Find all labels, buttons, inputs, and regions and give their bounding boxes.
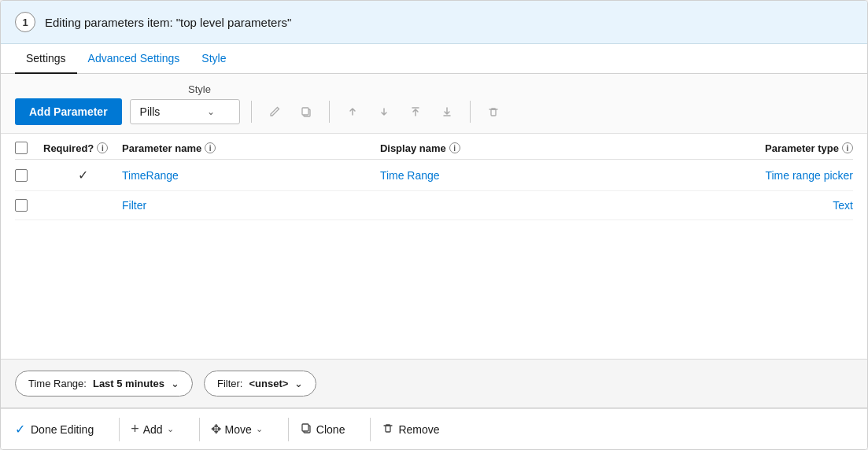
required-info-icon[interactable]: i xyxy=(97,142,108,153)
move-button[interactable]: ✥ Move ⌄ xyxy=(211,422,277,437)
style-section-label: Style xyxy=(188,83,853,95)
row2-check-cell xyxy=(15,199,43,212)
tabs-row: Settings Advanced Settings Style xyxy=(1,44,867,74)
toolbar-row: Add Parameter Pills ⌄ xyxy=(15,98,853,125)
toolbar-divider-2 xyxy=(329,101,330,123)
checkmark-icon: ✓ xyxy=(15,422,25,437)
row1-display-name[interactable]: Time Range xyxy=(380,169,638,182)
main-panel: 1 Editing parameters item: "top level pa… xyxy=(0,0,868,450)
header-title: Editing parameters item: "top level para… xyxy=(45,16,291,29)
time-range-chevron-icon: ⌄ xyxy=(171,378,179,389)
delete-icon-button[interactable] xyxy=(482,101,505,123)
row1-checkbox[interactable] xyxy=(15,169,28,182)
move-down-icon-button[interactable] xyxy=(372,101,396,123)
toolbar-area: Style Add Parameter Pills ⌄ xyxy=(1,74,867,134)
display-name-info-icon[interactable]: i xyxy=(449,142,460,153)
pills-area: Time Range: Last 5 minutes ⌄ Filter: <un… xyxy=(1,359,867,408)
header-bar: 1 Editing parameters item: "top level pa… xyxy=(1,1,867,44)
col-required-header: Required? i xyxy=(43,142,122,154)
remove-icon xyxy=(382,422,394,437)
move-chevron-icon: ⌄ xyxy=(256,424,263,434)
col-display-name-header: Display name i xyxy=(380,142,638,154)
filter-pill-value: <unset> xyxy=(249,378,288,389)
filter-pill[interactable]: Filter: <unset> ⌄ xyxy=(204,371,316,397)
move-top-icon-button[interactable] xyxy=(404,101,427,123)
footer-divider-2 xyxy=(199,418,200,441)
clone-icon xyxy=(300,422,312,437)
remove-label: Remove xyxy=(398,423,439,436)
row1-checkmark-cell: ✓ xyxy=(43,168,122,183)
clone-label: Clone xyxy=(316,423,345,436)
done-editing-button[interactable]: ✓ Done Editing xyxy=(15,422,108,437)
toolbar-divider-3 xyxy=(470,101,471,123)
param-name-info-icon[interactable]: i xyxy=(205,142,216,153)
filter-chevron-icon: ⌄ xyxy=(294,378,303,389)
remove-button[interactable]: Remove xyxy=(382,422,453,437)
done-editing-label: Done Editing xyxy=(31,423,94,436)
time-range-pill-value: Last 5 minutes xyxy=(93,378,164,389)
table-row: Filter Text xyxy=(15,191,853,220)
row1-param-type: Time range picker xyxy=(638,169,853,182)
add-parameter-button[interactable]: Add Parameter xyxy=(15,98,122,125)
copy-icon-button[interactable] xyxy=(294,101,318,123)
move-bottom-icon-button[interactable] xyxy=(435,101,459,123)
footer-divider-4 xyxy=(370,418,371,441)
tab-style[interactable]: Style xyxy=(190,44,237,74)
row2-param-name[interactable]: Filter xyxy=(122,199,380,212)
time-range-pill-label: Time Range: xyxy=(28,378,87,389)
style-dropdown[interactable]: Pills ⌄ xyxy=(130,99,240,124)
row1-checkmark-icon: ✓ xyxy=(78,168,88,183)
add-chevron-icon: ⌄ xyxy=(167,424,174,434)
tab-settings[interactable]: Settings xyxy=(15,44,77,74)
add-label: Add xyxy=(143,423,163,436)
time-range-pill[interactable]: Time Range: Last 5 minutes ⌄ xyxy=(15,371,193,397)
step-badge: 1 xyxy=(15,12,35,32)
param-type-info-icon[interactable]: i xyxy=(842,142,853,153)
style-dropdown-value: Pills xyxy=(140,105,161,118)
svg-rect-7 xyxy=(386,426,390,432)
clone-button[interactable]: Clone xyxy=(300,422,360,437)
filter-pill-label: Filter: xyxy=(217,378,243,389)
row1-check-cell xyxy=(15,169,43,182)
row2-param-type: Text xyxy=(638,199,853,212)
tab-advanced-settings[interactable]: Advanced Settings xyxy=(77,44,191,74)
col-param-name-header: Parameter name i xyxy=(122,142,380,154)
add-button[interactable]: + Add ⌄ xyxy=(131,421,187,437)
footer-divider-1 xyxy=(119,418,120,441)
svg-rect-1 xyxy=(302,108,308,115)
col-param-type-header: Parameter type i xyxy=(638,142,853,154)
table-header-row: Required? i Parameter name i Display nam… xyxy=(15,134,853,160)
svg-rect-6 xyxy=(302,424,308,431)
chevron-down-icon: ⌄ xyxy=(207,106,215,117)
params-table: Required? i Parameter name i Display nam… xyxy=(1,134,867,359)
move-up-icon-button[interactable] xyxy=(341,101,364,123)
table-row: ✓ TimeRange Time Range Time range picker xyxy=(15,160,853,191)
toolbar-divider-1 xyxy=(251,101,252,123)
row1-param-name[interactable]: TimeRange xyxy=(122,169,380,182)
footer-divider-3 xyxy=(288,418,289,441)
plus-icon: + xyxy=(131,421,139,437)
col-check-header xyxy=(15,142,43,154)
move-icon: ✥ xyxy=(211,422,221,437)
edit-icon-button[interactable] xyxy=(263,101,286,123)
footer-bar: ✓ Done Editing + Add ⌄ ✥ Move ⌄ Clone xyxy=(1,408,867,449)
select-all-checkbox[interactable] xyxy=(15,142,28,154)
move-label: Move xyxy=(225,423,252,436)
row2-checkbox[interactable] xyxy=(15,199,28,212)
svg-rect-4 xyxy=(491,109,496,116)
